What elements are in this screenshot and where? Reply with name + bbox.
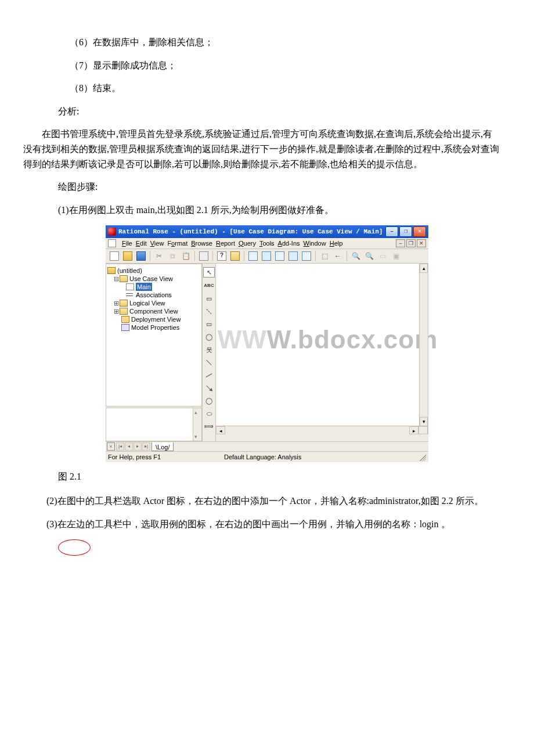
menu-window[interactable]: Window [304, 239, 326, 249]
drawing-step-1: (1)在用例图上双击 main,出现如图 2.1 所示,为绘制用例图做好准备。 [0, 203, 534, 218]
copy-button[interactable]: ⧉ [166, 250, 179, 262]
step-item-7: （7）显示删除成功信息； [0, 58, 534, 73]
scroll-left-button[interactable]: ◂ [216, 426, 225, 434]
menu-report[interactable]: Report [216, 239, 235, 249]
menu-tools[interactable]: Tools [259, 239, 275, 249]
diagram-canvas[interactable]: WWW.bdocx.com ▴ ▾ ◂ ▸ [216, 264, 428, 434]
association-tool[interactable] [204, 358, 214, 367]
scroll-corner [418, 426, 428, 434]
doc-scrollbar[interactable] [193, 408, 201, 441]
scroll-right-button[interactable]: ▸ [409, 426, 418, 434]
window-title: Rational Rose - (untitled) - [Use Case D… [118, 227, 385, 237]
diagram-btn-3[interactable] [273, 250, 286, 262]
canvas-horizontal-scrollbar[interactable]: ◂ ▸ [216, 426, 428, 434]
step-item-8: （8）结束。 [0, 81, 534, 96]
left-pane: (untitled) ⊟Use Case View Main Associati… [106, 264, 202, 441]
canvas-vertical-scrollbar[interactable]: ▴ ▾ [419, 264, 428, 426]
new-button[interactable] [108, 250, 121, 262]
usecase-tool[interactable]: ◯ [204, 332, 214, 341]
mdi-system-icon[interactable] [108, 239, 116, 247]
status-bar: For Help, press F1 Default Language: Ana… [106, 451, 428, 462]
save-button[interactable] [135, 250, 147, 262]
note-tool[interactable]: ▭ [204, 294, 214, 303]
scroll-down-button[interactable]: ▾ [420, 417, 428, 426]
dependency-tool[interactable] [204, 370, 214, 380]
mdi-minimize-button[interactable]: – [396, 239, 405, 247]
tree-component-view[interactable]: ⊞Component View [107, 307, 200, 315]
usecase-tool-2[interactable]: ◯ [204, 396, 214, 405]
log-tab[interactable]: \Log/ [151, 442, 174, 451]
browse-view-button[interactable] [229, 250, 241, 262]
diagram-btn-2[interactable] [260, 250, 273, 262]
minimize-button[interactable]: – [385, 226, 398, 237]
mdi-restore-button[interactable]: ❐ [406, 239, 416, 247]
titlebar[interactable]: Rational Rose - (untitled) - [Use Case D… [106, 225, 428, 238]
cut-button[interactable]: ✂ [153, 250, 165, 262]
fit-selection-button[interactable]: ▣ [389, 250, 402, 262]
tree-associations[interactable]: Associations [107, 291, 200, 299]
menu-view[interactable]: View [150, 239, 164, 249]
nav-back-button[interactable]: ← [331, 250, 344, 262]
analysis-heading: 分析: [0, 104, 534, 119]
close-button[interactable]: ✕ [413, 226, 426, 237]
analysis-paragraph: 在图书管理系统中,管理员首先登录系统,系统验证通过后,管理方可向系统查询数据,在… [0, 127, 534, 171]
drawing-step-3: (3)在左边的工具栏中，选取用例的图标，在右边的图中画出一个用例，并输入用例的名… [0, 517, 534, 532]
menu-file[interactable]: File [122, 239, 132, 249]
step-item-6: （6）在数据库中，删除相关信息； [0, 35, 534, 50]
maximize-button[interactable]: ❐ [399, 226, 412, 237]
red-oval-shape [0, 539, 534, 556]
menu-query[interactable]: Query [239, 239, 256, 249]
app-icon [108, 228, 116, 236]
menu-browse[interactable]: Browse [191, 239, 212, 249]
scroll-up-button[interactable]: ▴ [420, 264, 428, 273]
document-page: （6）在数据库中，删除相关信息； （7）显示删除成功信息； （8）结束。 分析:… [0, 0, 534, 579]
tree-usecase-view[interactable]: ⊟Use Case View [107, 275, 200, 283]
drawing-step-2: (2)在图中的工具栏选取 Actor 图标，在右边的图中添加一个 Actor，并… [0, 494, 534, 509]
log-bar: × |◂ ◂ ▸ ▸| \Log/ [106, 441, 428, 451]
pointer-tool[interactable]: ↖ [203, 267, 215, 278]
toolbar: ✂ ⧉ 📋 ? ⬚ ← 🔍 🔍 ▭ ▣ [106, 249, 428, 264]
anchor-tool[interactable] [204, 307, 214, 316]
close-log-button[interactable]: × [107, 442, 115, 451]
usecase-tool-3[interactable]: ⬭ [204, 409, 214, 418]
text-tool[interactable]: ABC [204, 281, 214, 290]
menu-addins[interactable]: Add-Ins [278, 239, 300, 249]
log-first-button[interactable]: |◂ [116, 442, 124, 451]
tree-logical-view[interactable]: ⊞Logical View [107, 299, 200, 307]
log-prev-button[interactable]: ◂ [125, 442, 133, 451]
tool-palette: ↖ ABC ▭ ▭ ◯ 웃 ◯ ⬭ ⟾ [202, 264, 216, 441]
diagram-btn-1[interactable] [247, 250, 259, 262]
log-next-button[interactable]: ▸ [134, 442, 142, 451]
actor-tool[interactable]: 웃 [204, 345, 214, 354]
context-help-button[interactable]: ? [215, 250, 228, 262]
diagram-btn-4[interactable] [287, 250, 300, 262]
menu-edit[interactable]: Edit [136, 239, 147, 249]
tree-deployment-view[interactable]: Deployment View [107, 315, 200, 323]
resize-grip[interactable] [418, 453, 426, 461]
status-language: Default Language: Analysis [224, 452, 301, 463]
menu-format[interactable]: Format [167, 239, 187, 249]
realize-tool[interactable]: ⟾ [204, 422, 214, 431]
paste-button[interactable]: 📋 [179, 250, 192, 262]
mdi-close-button[interactable]: ✕ [417, 239, 426, 247]
nav-up-button[interactable]: ⬚ [318, 250, 331, 262]
diagram-btn-5[interactable] [300, 250, 313, 262]
open-button[interactable] [121, 250, 134, 262]
menu-help[interactable]: Help [330, 239, 343, 249]
zoom-out-button[interactable]: 🔍 [363, 250, 376, 262]
generalization-tool[interactable] [204, 383, 214, 393]
model-tree[interactable]: (untitled) ⊟Use Case View Main Associati… [106, 264, 202, 406]
documentation-pane[interactable] [106, 408, 202, 441]
tree-model-properties[interactable]: Model Properties [107, 323, 200, 332]
menubar: File Edit View Format Browse Report Quer… [106, 238, 428, 249]
use-case-oval-icon [58, 539, 91, 556]
fit-window-button[interactable]: ▭ [376, 250, 389, 262]
print-button[interactable] [197, 250, 210, 262]
work-area: (untitled) ⊟Use Case View Main Associati… [106, 264, 428, 441]
drawing-steps-heading: 绘图步骤: [0, 179, 534, 195]
zoom-in-button[interactable]: 🔍 [349, 250, 362, 262]
tree-root[interactable]: (untitled) [107, 267, 200, 275]
tree-main-diagram[interactable]: Main [107, 283, 200, 291]
package-tool[interactable]: ▭ [204, 319, 214, 329]
log-last-button[interactable]: ▸| [142, 442, 150, 451]
